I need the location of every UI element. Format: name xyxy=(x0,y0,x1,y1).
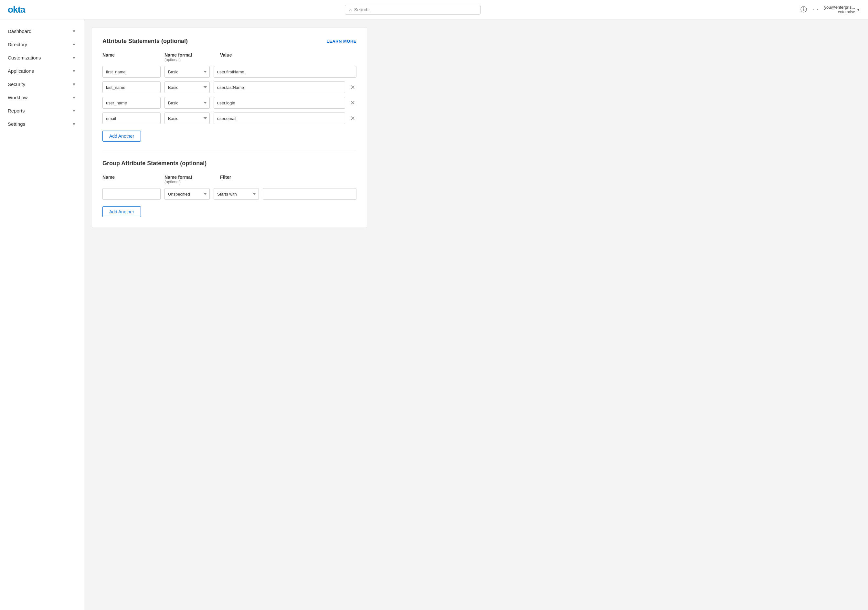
group-table-headers: Name Name format (optional) Filter xyxy=(102,175,356,186)
sidebar-item-directory[interactable]: Directory ▼ xyxy=(0,38,84,51)
col-header-value: Value xyxy=(220,52,356,62)
attribute-statements-card: Attribute Statements (optional) LEARN MO… xyxy=(92,27,367,228)
sidebar: Dashboard ▼ Directory ▼ Customizations ▼… xyxy=(0,19,84,610)
user-info: you@enterpris... enterprise xyxy=(825,5,856,14)
sidebar-chevron-customizations: ▼ xyxy=(72,56,76,60)
attr-value-wrapper-3 xyxy=(214,112,345,124)
attr-format-select-0[interactable]: Basic Unspecified URI Reference xyxy=(164,66,210,78)
attr-value-input-0[interactable] xyxy=(214,66,356,78)
sidebar-item-settings[interactable]: Settings ▼ xyxy=(0,117,84,130)
logo-text: okta xyxy=(8,5,25,15)
sidebar-label-settings: Settings xyxy=(8,121,25,127)
user-org: enterprise xyxy=(825,10,856,14)
group-format-select-0[interactable]: Unspecified Basic URI Reference xyxy=(164,188,210,200)
group-filter-value-input-0[interactable] xyxy=(263,188,356,200)
content-area: Attribute Statements (optional) LEARN MO… xyxy=(84,19,375,244)
search-icon: ⌕ xyxy=(349,7,352,12)
sidebar-item-customizations[interactable]: Customizations ▼ xyxy=(0,51,84,64)
sidebar-label-directory: Directory xyxy=(8,42,27,47)
sidebar-item-dashboard[interactable]: Dashboard ▼ xyxy=(0,25,84,38)
search-input[interactable] xyxy=(354,7,476,12)
col-header-format: Name format (optional) xyxy=(164,52,216,62)
attr-format-select-2[interactable]: Basic Unspecified URI Reference xyxy=(164,97,210,109)
top-nav: okta ⌕ ⓘ ⬝⬝ you@enterpris... enterprise … xyxy=(0,0,868,19)
sidebar-label-dashboard: Dashboard xyxy=(8,28,31,34)
sidebar-chevron-workflow: ▼ xyxy=(72,95,76,100)
help-icon[interactable]: ⓘ xyxy=(800,5,807,14)
group-filter-type-select-0[interactable]: Starts with Equals Contains Matches rege… xyxy=(214,188,259,200)
sidebar-chevron-security: ▼ xyxy=(72,82,76,87)
attr-value-wrapper-1 xyxy=(214,81,345,93)
grid-icon[interactable]: ⬝⬝ xyxy=(812,6,819,13)
sidebar-chevron-directory: ▼ xyxy=(72,42,76,47)
attr-remove-btn-1[interactable]: ✕ xyxy=(349,83,356,92)
attr-value-input-1[interactable] xyxy=(214,81,345,93)
attr-remove-btn-2[interactable]: ✕ xyxy=(349,99,356,107)
user-menu-chevron: ▼ xyxy=(856,8,860,12)
attr-name-input-3[interactable] xyxy=(102,112,161,124)
col-header-name: Name xyxy=(102,52,161,62)
learn-more-link[interactable]: LEARN MORE xyxy=(327,39,356,43)
main-content: Attribute Statements (optional) LEARN MO… xyxy=(84,19,868,610)
sidebar-item-security[interactable]: Security ▼ xyxy=(0,78,84,91)
attr-row-0: Basic Unspecified URI Reference xyxy=(102,66,356,78)
group-attr-row-0: Unspecified Basic URI Reference Starts w… xyxy=(102,188,356,200)
sidebar-chevron-dashboard: ▼ xyxy=(72,29,76,34)
attr-row-3: Basic Unspecified URI Reference ✕ xyxy=(102,112,356,124)
attr-table-headers: Name Name format (optional) Value xyxy=(102,52,356,64)
group-col-header-name: Name xyxy=(102,175,161,184)
attr-name-input-2[interactable] xyxy=(102,97,161,109)
attr-add-another-button[interactable]: Add Another xyxy=(102,130,141,141)
attr-row-2: Basic Unspecified URI Reference ✕ xyxy=(102,97,356,109)
attr-format-select-1[interactable]: Basic Unspecified URI Reference xyxy=(164,81,210,93)
attribute-section-header: Attribute Statements (optional) LEARN MO… xyxy=(102,38,356,45)
attr-name-input-1[interactable] xyxy=(102,81,161,93)
search-bar: ⌕ xyxy=(345,5,480,14)
attr-row-1: Basic Unspecified URI Reference ✕ xyxy=(102,81,356,93)
sidebar-item-workflow[interactable]: Workflow ▼ xyxy=(0,91,84,104)
group-col-header-format: Name format (optional) xyxy=(164,175,216,184)
layout: Dashboard ▼ Directory ▼ Customizations ▼… xyxy=(0,19,868,610)
sidebar-label-customizations: Customizations xyxy=(8,55,41,61)
attr-name-input-0[interactable] xyxy=(102,66,161,78)
section-divider xyxy=(102,151,356,151)
attr-value-wrapper-2 xyxy=(214,97,345,109)
attr-value-input-3[interactable] xyxy=(214,112,345,124)
attr-value-wrapper-0 xyxy=(214,66,356,78)
sidebar-chevron-reports: ▼ xyxy=(72,109,76,113)
group-section-title: Group Attribute Statements (optional) xyxy=(102,160,356,167)
sidebar-label-security: Security xyxy=(8,81,25,87)
nav-right: ⓘ ⬝⬝ you@enterpris... enterprise ▼ xyxy=(800,5,860,14)
sidebar-item-applications[interactable]: Applications ▼ xyxy=(0,64,84,78)
group-col-header-filter: Filter xyxy=(220,175,356,184)
attribute-section-title: Attribute Statements (optional) xyxy=(102,38,188,45)
attr-format-select-3[interactable]: Basic Unspecified URI Reference xyxy=(164,112,210,124)
sidebar-label-applications: Applications xyxy=(8,68,34,74)
logo: okta xyxy=(8,5,25,15)
user-email: you@enterpris... xyxy=(825,5,856,10)
user-menu[interactable]: you@enterpris... enterprise ▼ xyxy=(825,5,860,14)
sidebar-item-reports[interactable]: Reports ▼ xyxy=(0,104,84,117)
attr-value-input-2[interactable] xyxy=(214,97,345,109)
group-name-input-0[interactable] xyxy=(102,188,161,200)
sidebar-chevron-settings: ▼ xyxy=(72,122,76,126)
sidebar-label-reports: Reports xyxy=(8,108,25,113)
sidebar-chevron-applications: ▼ xyxy=(72,69,76,73)
group-add-another-button[interactable]: Add Another xyxy=(102,206,141,217)
attr-remove-btn-3[interactable]: ✕ xyxy=(349,114,356,123)
sidebar-label-workflow: Workflow xyxy=(8,95,28,100)
